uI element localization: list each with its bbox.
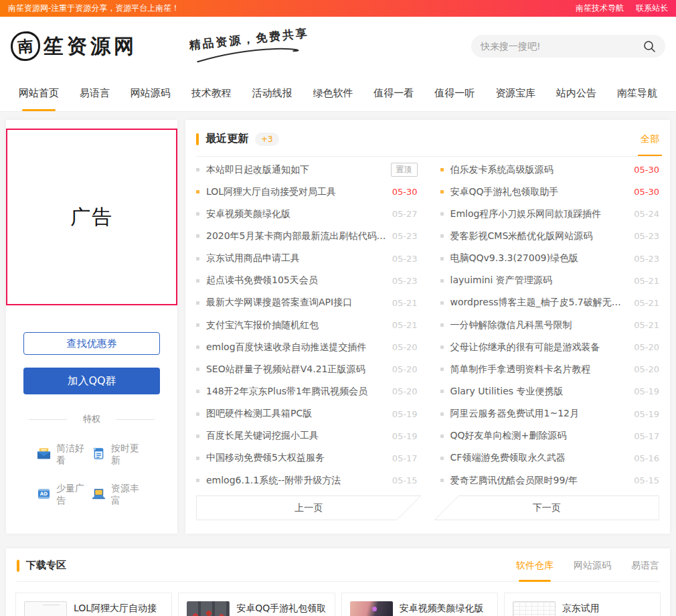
join-qq-group-button[interactable]: 加入QQ群 [23,368,160,394]
nav-item-3[interactable]: 网站源码 [131,76,171,111]
nav-item-10[interactable]: 站内公告 [556,76,596,111]
recent-item-title[interactable]: 京东试用商品申请工具 [206,252,387,264]
download-card-title[interactable]: 京东试用 [562,601,607,615]
download-tab-3[interactable]: 易语言 [631,560,659,572]
recent-item-title[interactable]: 阿里云服务器免费试用1~12月 [450,408,629,420]
recent-item[interactable]: 阿里云服务器免费试用1~12月05-19 [440,403,659,425]
recent-item-title[interactable]: LOL阿狸大厅自动接受对局工具 [206,186,387,198]
recent-item[interactable]: layuimini 资产管理源码05-21 [440,270,659,292]
recent-item-title[interactable]: Emlog程序小刀娱乐网同款顶踩插件 [450,208,629,220]
recent-item[interactable]: emlog6.1.1系统--附带升级方法05-15 [196,469,418,491]
recent-item-title[interactable]: QQ好友单向检测+删除源码 [450,430,629,442]
recent-item-title[interactable]: 爱奇艺腾讯优酷会员限时99/年 [450,475,629,487]
recent-item[interactable]: 简单制作手拿透明资料卡名片教程05-20 [440,358,659,380]
download-tab-1[interactable]: 软件仓库 [516,560,554,572]
recent-item[interactable]: 一分钟解除微信凡科黑号限制05-21 [440,314,659,336]
recent-item[interactable]: 京东试用商品申请工具05-23 [196,248,418,270]
recent-item[interactable]: 安卓视频美颜绿化版05-27 [196,203,418,225]
recent-item-title[interactable]: wordpress博客主题_柚子皮5.7破解无限制版 [450,297,629,309]
site-header: 南 笙资源网 精品资源，免费共享 [0,17,676,76]
recent-item-title[interactable]: layuimini 资产管理源码 [450,275,629,287]
recent-item[interactable]: QQ好友单向检测+删除源码05-17 [440,425,659,447]
recent-item[interactable]: 起点读书免费领105天会员05-23 [196,270,418,292]
recent-item-title[interactable]: 爱客影视CMS米酷优化版网站源码 [450,230,629,242]
topbar-link-contact[interactable]: 联系站长 [636,3,668,14]
view-all-link[interactable]: 全部 [641,133,659,145]
recent-item[interactable]: 中国移动免费领5大权益服务05-17 [196,447,418,469]
recent-item-title[interactable]: 最新大学网课搜题答案查询API接口 [206,297,387,309]
nav-item-1[interactable]: 网站首页 [19,76,59,111]
find-coupon-button[interactable]: 查找优惠券 [23,332,160,355]
recent-item[interactable]: 伯乐发卡系统高级版源码05-30 [440,159,659,181]
next-page-button[interactable]: 下一页 [434,495,659,520]
recent-item[interactable]: 安卓QQ手游礼包领取助手05-30 [440,181,659,203]
recent-item-title[interactable]: 一分钟解除微信凡科黑号限制 [450,319,629,331]
download-card-thumbnail [513,601,556,616]
nav-item-5[interactable]: 活动线报 [252,76,292,111]
prev-page-button[interactable]: 上一页 [196,495,421,520]
recent-item[interactable]: Glary Utilities 专业便携版05-19 [440,380,659,402]
recent-item-title[interactable]: 起点读书免费领105天会员 [206,275,387,287]
recent-item[interactable]: 最新大学网课搜题答案查询API接口05-21 [196,292,418,314]
recent-item-title[interactable]: 本站即日起改版通知如下 [206,164,386,176]
search-icon[interactable] [643,40,656,53]
topbar-link-tech-nav[interactable]: 南笙技术导航 [576,3,624,14]
recent-item[interactable]: emlog百度快速收录自动推送提交插件05-20 [196,336,418,358]
main-content: 广告 查找优惠券 加入QQ群 特权 简洁好看按时更新AD少量广告资源丰富 最近更… [0,112,676,534]
recent-item-title[interactable]: emlog6.1.1系统--附带升级方法 [206,475,387,487]
recent-item[interactable]: 百度长尾关键词挖掘小工具05-19 [196,425,418,447]
recent-item-date: 05-30 [634,165,659,175]
recent-item[interactable]: 爱客影视CMS米酷优化版网站源码05-23 [440,225,659,247]
download-card-title[interactable]: 安卓QQ手游礼包领取助手 [236,601,326,616]
recent-item-title[interactable]: 父母让你继承的很有可能是游戏装备 [450,341,629,354]
nav-item-6[interactable]: 绿色软件 [313,76,353,111]
recent-item-title[interactable]: 伯乐发卡系统高级版源码 [450,164,629,176]
recent-item-title[interactable]: Glary Utilities 专业便携版 [450,386,629,398]
recent-item[interactable]: 爱奇艺腾讯优酷会员限时99/年05-15 [440,469,659,491]
recent-item-title[interactable]: 安卓QQ手游礼包领取助手 [450,186,629,198]
recent-item[interactable]: CF领端游免费领取永久武器05-16 [440,447,659,469]
recent-item[interactable]: 本站即日起改版通知如下置顶 [196,159,418,181]
recent-item-date: 05-17 [392,453,418,463]
download-card[interactable]: LOL阿狸大厅自动接受对局工具 [15,593,172,616]
recent-item[interactable]: 父母让你继承的很有可能是游戏装备05-20 [440,336,659,358]
recent-item[interactable]: 2020年5月某卡商内部最新流出刷钻代码 全...05-23 [196,225,418,247]
recent-item[interactable]: 支付宝汽车报价抽随机红包05-21 [196,314,418,336]
recent-item-title[interactable]: SEO站群量子视频站群V4.21正版源码 [206,364,387,376]
download-card-title[interactable]: LOL阿狸大厅自动接受对局工具 [74,601,163,616]
nav-item-9[interactable]: 资源宝库 [495,76,535,111]
download-card[interactable]: 京东试用★★★☆☆ [504,593,661,616]
ad-banner[interactable]: 广告 [6,129,177,305]
nav-item-7[interactable]: 值得一看 [373,76,414,111]
nav-item-2[interactable]: 易语言 [80,76,110,111]
recent-item-title[interactable]: 简单制作手拿透明资料卡名片教程 [450,364,629,376]
recent-item[interactable]: 图吧硬件检测工具箱PC版05-19 [196,403,418,425]
recent-item-title[interactable]: 2020年5月某卡商内部最新流出刷钻代码 全... [206,230,387,242]
nav-item-4[interactable]: 技术教程 [191,76,232,111]
recent-item[interactable]: wordpress博客主题_柚子皮5.7破解无限制版05-21 [440,292,659,314]
download-card[interactable]: 安卓QQ手游礼包领取助手 [178,593,335,616]
recent-item-title[interactable]: 中国移动免费领5大权益服务 [206,452,387,464]
recent-item-title[interactable]: 安卓视频美颜绿化版 [206,208,387,220]
recent-item[interactable]: Emlog程序小刀娱乐网同款顶踩插件05-24 [440,203,659,225]
recent-item[interactable]: 148开2年京东Plus带1年腾讯视频会员05-20 [196,380,418,402]
nav-item-11[interactable]: 南笙导航 [617,76,657,111]
recent-item-title[interactable]: 支付宝汽车报价抽随机红包 [206,319,387,331]
download-card-title[interactable]: 安卓视频美颜绿化版 [400,601,489,615]
feature-label: 按时更新 [111,443,147,467]
recent-item-title[interactable]: CF领端游免费领取永久武器 [450,452,629,464]
site-logo[interactable]: 南 笙资源网 [11,31,137,61]
recent-item-title[interactable]: 148开2年京东Plus带1年腾讯视频会员 [206,386,387,398]
recent-item[interactable]: LOL阿狸大厅自动接受对局工具05-30 [196,181,418,203]
download-card[interactable]: 安卓视频美颜绿化版★★★☆☆/2020-05- [341,593,498,616]
recent-item-title[interactable]: 百度长尾关键词挖掘小工具 [206,430,387,442]
download-tab-2[interactable]: 网站源码 [574,560,611,572]
nav-item-8[interactable]: 值得一听 [434,76,475,111]
search-input[interactable] [481,41,638,52]
recent-item[interactable]: SEO站群量子视频站群V4.21正版源码05-20 [196,358,418,380]
recent-item-title[interactable]: emlog百度快速收录自动推送提交插件 [206,341,387,354]
recent-item-title[interactable]: 电脑QQv9.3.3(27009)绿色版 [450,252,629,264]
recent-item[interactable]: 电脑QQv9.3.3(27009)绿色版05-23 [440,248,659,270]
search-box[interactable] [471,35,665,58]
recent-item-title[interactable]: 图吧硬件检测工具箱PC版 [206,408,387,420]
